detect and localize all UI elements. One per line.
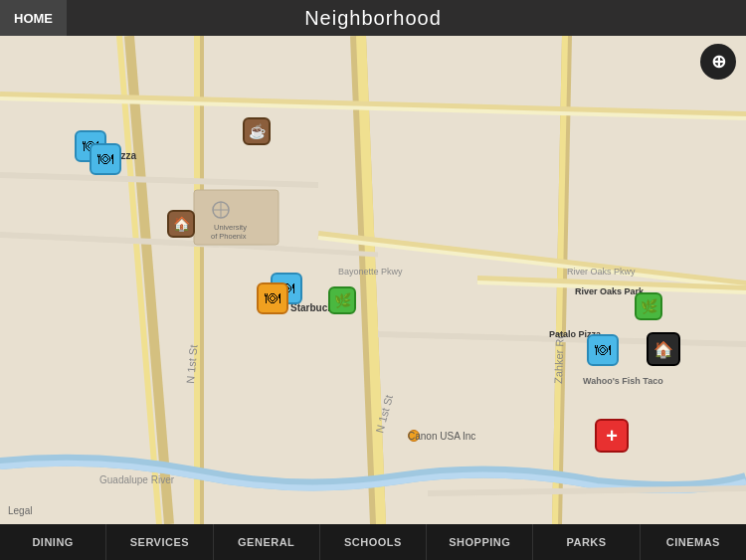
svg-text:Bayonette Pkwy: Bayonette Pkwy bbox=[338, 267, 403, 277]
svg-text:Zahker Rd: Zahker Rd bbox=[552, 332, 566, 384]
nav-services[interactable]: SERVICES bbox=[106, 524, 213, 560]
compass-icon: ⊕ bbox=[711, 53, 726, 71]
nav-dining[interactable]: DINING bbox=[0, 524, 106, 560]
park-pin-1[interactable]: 🌿 bbox=[328, 286, 356, 314]
home-button[interactable]: HOME bbox=[0, 0, 67, 36]
bottom-nav: DINING SERVICES GENERAL SCHOOLS SHOPPING… bbox=[0, 524, 746, 560]
dining-pin-orange[interactable]: 🍽 bbox=[257, 282, 288, 314]
svg-text:River Oaks Pkwy: River Oaks Pkwy bbox=[567, 267, 636, 277]
home-pin[interactable]: 🏠 bbox=[647, 332, 680, 366]
svg-text:of Phoenix: of Phoenix bbox=[211, 232, 247, 241]
building-pin-1[interactable]: 🏠 bbox=[167, 210, 195, 238]
wahoo-label: Wahoo's Fish Taco bbox=[583, 376, 663, 386]
coffee-pin-1[interactable]: ☕ bbox=[243, 117, 271, 145]
road-layer: N 1st St N 1st St Zahker Rd Guadalupe Ri… bbox=[0, 36, 746, 524]
nav-general[interactable]: GENERAL bbox=[214, 524, 320, 560]
river-oaks-label: River Oaks Park bbox=[575, 286, 644, 296]
nav-schools[interactable]: SCHOOLS bbox=[320, 524, 427, 560]
nav-parks[interactable]: PARKS bbox=[533, 524, 640, 560]
svg-text:University: University bbox=[214, 223, 247, 232]
canon-label: Canon USA Inc bbox=[408, 431, 475, 442]
header: HOME Neighborhood bbox=[0, 0, 746, 36]
compass: ⊕ bbox=[700, 44, 736, 80]
park-pin-river-oaks[interactable]: 🌿 bbox=[635, 292, 662, 320]
svg-text:Guadalupe River: Guadalupe River bbox=[99, 474, 175, 485]
dining-pin-patalo[interactable]: 🍽 bbox=[587, 334, 619, 366]
app: HOME Neighborhood bbox=[0, 0, 746, 560]
map-container[interactable]: N 1st St N 1st St Zahker Rd Guadalupe Ri… bbox=[0, 36, 746, 524]
dining-pin-2[interactable]: 🍽 bbox=[90, 143, 121, 175]
legal-text: Legal bbox=[8, 505, 32, 516]
nav-cinemas[interactable]: CINEMAS bbox=[641, 524, 746, 560]
nav-shopping[interactable]: SHOPPING bbox=[427, 524, 533, 560]
page-title: Neighborhood bbox=[304, 7, 442, 30]
medical-pin[interactable]: + bbox=[595, 419, 629, 453]
